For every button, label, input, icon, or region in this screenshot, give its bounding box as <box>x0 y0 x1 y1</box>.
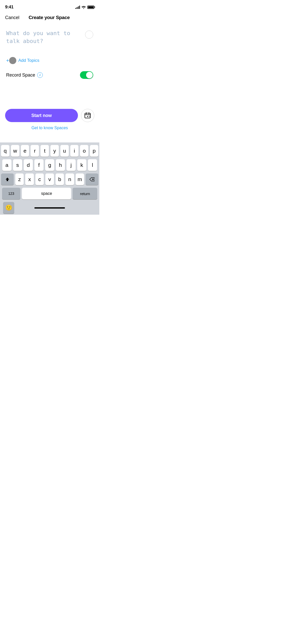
key-q[interactable]: q <box>1 145 9 157</box>
emoji-keyboard-key[interactable]: 🙂 <box>3 202 14 214</box>
key-i[interactable]: i <box>70 145 79 157</box>
cancel-button[interactable]: Cancel <box>5 15 19 20</box>
status-bar: 9:41 <box>0 0 99 12</box>
keyboard-bottom-row: 123 space return <box>1 188 98 199</box>
key-e[interactable]: e <box>21 145 29 157</box>
key-n[interactable]: n <box>65 173 74 185</box>
keyboard: q w e r t y u i o p a s d f g h j k l z … <box>0 142 99 215</box>
shift-key[interactable] <box>1 173 14 185</box>
key-s[interactable]: s <box>13 159 22 171</box>
topics-avatar <box>9 57 16 64</box>
key-h[interactable]: h <box>56 159 65 171</box>
key-m[interactable]: m <box>76 173 84 185</box>
primary-action-row: Start now <box>5 109 94 122</box>
key-r[interactable]: r <box>31 145 39 157</box>
emoji-picker-button[interactable] <box>85 31 93 39</box>
bottom-actions: Start now Get to know Spaces <box>0 109 99 133</box>
nav-bar: Cancel Create your Space <box>0 12 99 23</box>
key-f[interactable]: f <box>34 159 44 171</box>
get-to-know-link[interactable]: Get to know Spaces <box>31 126 68 130</box>
status-time: 9:41 <box>5 5 13 10</box>
key-z[interactable]: z <box>15 173 24 185</box>
key-b[interactable]: b <box>56 173 64 185</box>
content-area: + Add Topics Record Space i <box>0 23 99 79</box>
start-now-button[interactable]: Start now <box>5 109 78 122</box>
status-icons <box>75 6 94 9</box>
numbers-key[interactable]: 123 <box>2 188 20 199</box>
page-title: Create your Space <box>29 15 70 20</box>
key-a[interactable]: a <box>2 159 11 171</box>
key-j[interactable]: j <box>66 159 76 171</box>
topic-input[interactable] <box>6 30 85 50</box>
battery-icon <box>87 6 94 9</box>
key-k[interactable]: k <box>77 159 86 171</box>
key-o[interactable]: o <box>80 145 88 157</box>
svg-point-4 <box>87 116 88 117</box>
plus-icon: + <box>6 58 9 64</box>
keyboard-row-3: z x c v b n m <box>1 173 98 185</box>
record-info-button[interactable]: i <box>37 72 43 78</box>
keyboard-row-2: a s d f g h j k l <box>1 159 98 171</box>
topic-input-container <box>6 27 93 52</box>
key-d[interactable]: d <box>24 159 33 171</box>
key-g[interactable]: g <box>45 159 54 171</box>
wifi-icon <box>82 6 86 9</box>
return-key[interactable]: return <box>73 188 97 199</box>
key-l[interactable]: l <box>88 159 97 171</box>
info-icon: i <box>39 73 40 77</box>
svg-rect-0 <box>85 113 90 118</box>
schedule-calendar-icon <box>84 112 91 119</box>
home-indicator <box>34 204 65 211</box>
key-p[interactable]: p <box>90 145 98 157</box>
key-t[interactable]: t <box>40 145 49 157</box>
backspace-key[interactable] <box>86 173 98 185</box>
key-x[interactable]: x <box>25 173 34 185</box>
schedule-button[interactable] <box>81 109 94 122</box>
space-key[interactable]: space <box>22 188 71 199</box>
keyboard-row-1: q w e r t y u i o p <box>1 145 98 157</box>
record-space-row: Record Space i <box>6 71 93 79</box>
key-c[interactable]: c <box>35 173 44 185</box>
record-space-toggle[interactable] <box>80 71 93 79</box>
record-space-label: Record Space <box>6 72 35 78</box>
key-y[interactable]: y <box>50 145 59 157</box>
signal-icon <box>75 6 80 9</box>
key-w[interactable]: w <box>11 145 19 157</box>
add-topics-row[interactable]: + Add Topics <box>6 57 93 64</box>
key-v[interactable]: v <box>45 173 54 185</box>
key-u[interactable]: u <box>60 145 69 157</box>
toggle-thumb <box>86 72 93 78</box>
add-topics-label: Add Topics <box>18 58 39 63</box>
